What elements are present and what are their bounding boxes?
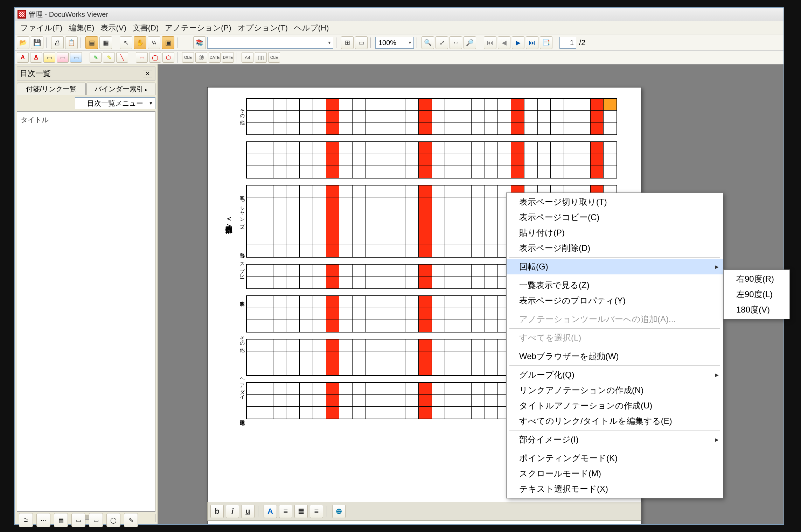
app-icon <box>18 10 26 19</box>
marker-yellow-button[interactable]: ✎ <box>103 52 115 63</box>
binder-combo[interactable] <box>207 37 333 49</box>
float-btn-3[interactable]: ▤ <box>54 513 68 527</box>
row-label: その他 <box>236 332 245 344</box>
text-annotation-red-button[interactable]: A <box>17 52 29 63</box>
zoom-combo[interactable]: 100% <box>375 37 414 49</box>
layout-button[interactable]: ▯▯ <box>255 52 267 63</box>
thumb-view-button[interactable]: ⊞ <box>341 36 354 49</box>
print-button[interactable]: 🖨 <box>51 36 64 49</box>
pointer-tool-button[interactable]: ↖ <box>120 36 132 49</box>
ctx-item[interactable]: グループ化(Q) <box>507 367 723 383</box>
row-label: スプレー <box>236 259 245 276</box>
ctx-sub-item[interactable]: 左90度(L) <box>724 287 789 302</box>
binder-icon[interactable]: 📚 <box>193 36 206 49</box>
sidebar-list[interactable]: タイトル <box>17 111 155 512</box>
text-box-button[interactable]: A4 <box>242 52 253 63</box>
sidebar-menu-combo[interactable]: 目次一覧メニュー <box>75 97 155 109</box>
page-number-input[interactable] <box>559 37 576 49</box>
page-view-button[interactable]: ▭ <box>355 36 368 49</box>
context-menu[interactable]: 表示ページ切り取り(T)表示ページコピー(C)貼り付け(P)表示ページ削除(D)… <box>506 192 723 498</box>
ctx-item[interactable]: ポインティングモード(K) <box>507 450 723 466</box>
menu-document[interactable]: 文書(D) <box>133 23 159 33</box>
tab-binder-index[interactable]: バインダー索引 ▸ <box>86 83 155 95</box>
font-color-button[interactable]: A <box>264 505 277 518</box>
note-blue-button[interactable]: ▭ <box>70 52 82 63</box>
ellipse-button[interactable]: ◯ <box>149 52 161 63</box>
sidebar-menu-label: 目次一覧メニュー <box>87 99 143 108</box>
prev-page-button[interactable]: ◀ <box>498 36 510 49</box>
last-page-button[interactable]: ⏭ <box>526 36 538 49</box>
ole-button[interactable]: OLE <box>268 52 280 63</box>
menu-view[interactable]: 表示(V) <box>100 23 126 33</box>
ctx-item[interactable]: Webブラウザーを起動(W) <box>507 349 723 364</box>
zoom-out-button[interactable]: 🔍 <box>422 36 434 49</box>
fit-page-button[interactable]: ⤢ <box>436 36 448 49</box>
sidebar-title: 目次一覧 <box>20 68 51 79</box>
menu-annotation[interactable]: アノテーション(P) <box>165 23 231 33</box>
ctx-item[interactable]: タイトルアノテーションの作成(U) <box>507 398 723 413</box>
snapshot-tool-button[interactable]: ▣ <box>162 36 174 49</box>
align-left-button[interactable]: ≡ <box>279 505 292 518</box>
ctx-item[interactable]: リンクアノテーションの作成(N) <box>507 383 723 398</box>
sidebar-close-icon[interactable]: ✕ <box>143 70 152 77</box>
toc-toggle-button[interactable]: ▤ <box>85 36 98 49</box>
toolbar-annotation: A A ▭ ▭ ▭ ✎ ✎ ╲ ▭ ◯ ⬡ OLE ㊞ DATE DATE A4… <box>15 51 783 64</box>
menu-options[interactable]: オプション(T) <box>238 23 288 33</box>
ctx-sub-item[interactable]: 180度(V) <box>724 302 789 317</box>
ctx-item[interactable]: 一覧表示で見る(Z) <box>507 278 723 293</box>
italic-button[interactable]: i <box>226 505 239 518</box>
menu-file[interactable]: ファイル(F) <box>20 23 62 33</box>
align-right-button[interactable]: ≡ <box>310 505 323 518</box>
ctx-item[interactable]: 表示ページ削除(D) <box>507 240 723 256</box>
ctx-item[interactable]: 表示ページ切り取り(T) <box>507 194 723 210</box>
marker-green-button[interactable]: ✎ <box>90 52 102 63</box>
text-annotation-red2-button[interactable]: A <box>30 52 42 63</box>
float-btn-4[interactable]: ▭ <box>71 513 85 527</box>
first-page-button[interactable]: ⏮ <box>484 36 496 49</box>
open-button[interactable]: 📂 <box>17 36 29 49</box>
text-select-tool-button[interactable]: ᴵA <box>148 36 160 49</box>
float-btn-7[interactable]: ✎ <box>124 513 138 527</box>
polygon-button[interactable]: ⬡ <box>162 52 174 63</box>
page-history-button[interactable]: 📑 <box>540 36 552 49</box>
align-center-button[interactable]: ≣ <box>294 505 308 518</box>
menu-help[interactable]: ヘルプ(H) <box>294 23 329 33</box>
hand-tool-button[interactable]: ✋ <box>134 36 146 49</box>
ctx-item[interactable]: 回転(G) <box>507 259 723 274</box>
fit-width-button[interactable]: ↔ <box>450 36 462 49</box>
stamp-date-button[interactable]: DATE <box>209 52 221 63</box>
float-btn-2[interactable]: ⋯ <box>36 513 50 527</box>
float-btn-1[interactable]: 🗂 <box>19 513 33 527</box>
annotation-toggle-button[interactable]: ▦ <box>99 36 112 49</box>
ctx-sub-item[interactable]: 右90度(R) <box>724 271 789 287</box>
note-yellow-button[interactable]: ▭ <box>43 52 55 63</box>
context-submenu-rotate[interactable]: 右90度(R)左90度(L)180度(V) <box>723 270 790 319</box>
float-btn-6[interactable]: ◯ <box>106 513 120 527</box>
underline-button[interactable]: u <box>241 505 255 518</box>
ctx-item[interactable]: スクロールモード(M) <box>507 466 723 481</box>
menubar: ファイル(F) 編集(E) 表示(V) 文書(D) アノテーション(P) オプシ… <box>15 21 783 35</box>
row-label: ヘアダイ <box>236 374 245 397</box>
tab-sticky-links[interactable]: 付箋/リンク一覧 <box>17 83 86 95</box>
ctx-item[interactable]: 部分イメージ(I) <box>507 432 723 447</box>
float-btn-5[interactable]: ▭ <box>89 513 103 527</box>
ctx-item[interactable]: 表示ページコピー(C) <box>507 210 723 225</box>
stamp-date2-button[interactable]: DATE <box>222 52 234 63</box>
ctx-item[interactable]: すべてのリンク/タイトルを編集する(E) <box>507 413 723 429</box>
stamp-ole-button[interactable]: OLE <box>182 52 194 63</box>
ctx-item[interactable]: テキスト選択モード(X) <box>507 481 723 497</box>
link-button[interactable]: ⊕ <box>332 505 346 518</box>
zoom-in-button[interactable]: 🔎 <box>464 36 476 49</box>
sidebar-tabs: 付箋/リンク一覧 バインダー索引 ▸ <box>17 83 155 95</box>
line-button[interactable]: ╲ <box>116 52 128 63</box>
ctx-item[interactable]: 表示ページのプロパティ(Y) <box>507 293 723 308</box>
menu-edit[interactable]: 編集(E) <box>69 23 94 33</box>
copy-button[interactable]: 📋 <box>65 36 78 49</box>
rect-button[interactable]: ▭ <box>136 52 148 63</box>
next-page-button[interactable]: ▶ <box>512 36 524 49</box>
stamp-seal-button[interactable]: ㊞ <box>195 52 207 63</box>
ctx-item[interactable]: 貼り付け(P) <box>507 225 723 240</box>
note-pink-button[interactable]: ▭ <box>57 52 69 63</box>
bold-button[interactable]: b <box>210 505 224 518</box>
save-button[interactable]: 💾 <box>31 36 43 49</box>
